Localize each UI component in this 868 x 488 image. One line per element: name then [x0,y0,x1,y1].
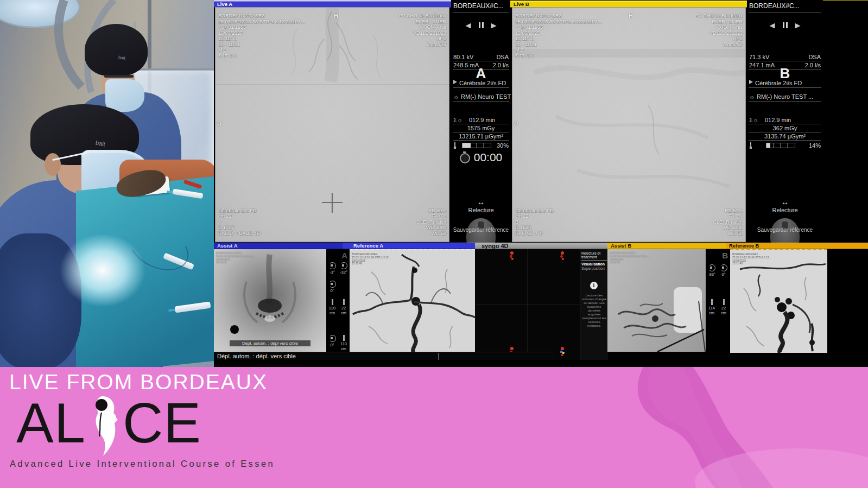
live-a-sidebar: BORDEAUX#C... ◀▶ 80.1 kVDSA 248.5 mA2.0 … [451,0,511,243]
map-mode: RM(-) Neuro TEST ... [757,93,813,100]
syngo-menu-visualisation[interactable]: Visualisation [581,262,607,266]
overlay-line: M 1 [218,47,305,53]
cine-prev-button[interactable]: ◀ [770,22,775,29]
overlay-line: /com///S/ [695,42,743,48]
overlay-line: BORDEAUX#CASE2 [515,13,601,19]
black-filler [214,360,868,367]
cine-pause-button[interactable] [783,22,788,28]
dap-total: 3135.74 µGym² [747,133,823,140]
syngo-info-text: Lecture des volumes chargés ou acquis. L… [581,294,607,328]
alice-logo: AL CE [16,391,201,461]
cine-play-button[interactable]: ▶ [491,22,497,29]
assist-a-titlebar: Assist A [214,243,343,249]
live-a-bottom-right: RB 50%FA 0%CLEARmatchWB 3000WC 50 [416,208,446,237]
overlay-line: 25.03.13-12:16:36-STD-1.3.12.2.1107... [218,19,305,25]
vessel-volume-marker [559,251,566,261]
live-a-system-block: PV CHU de BordeauxEKER, OMERAXIOM-ArtisV… [398,13,446,47]
reference-b-title: Reference B [726,243,759,249]
reference-a-image: BORDEAUX#CASE225.03.13-12:16:36-STD-1.3.… [350,249,475,353]
relecture-button[interactable]: Relecture [747,207,823,213]
assist-a-image: BORDEAUX#CASE225.03.13-12:16:36-STD-1.3.… [214,249,326,352]
overlay-line: 15:11:40 [216,261,255,264]
overlay-line: FA 0% [416,213,446,219]
vessel-volume-marker [559,347,566,357]
overlay-line: /com///S/ [398,42,446,48]
dose-total: 1575 mGy [451,125,511,131]
overlay-line: WC 50 [416,231,446,237]
syngo-menu-superposition[interactable]: Superposition [581,267,607,270]
live-b-patient-block: BORDEAUX#CASE225.03.13-12:16:36-STD-1.3.… [515,13,601,59]
overlay-line: 20 - 11/21 [218,42,305,48]
cine-pause-button[interactable] [479,22,484,28]
syngo-title: syngo 4D [475,243,509,249]
live-b-orientation-side: P [514,121,518,127]
overlay-line: VD11C 231023 [398,30,446,36]
cine-transport: ◀▶ [451,22,511,29]
exam-title: BORDEAUX#C... [453,2,504,10]
reference-a-patient-block: BORDEAUX#CASE225.03.13-12:16:36-STD-1.3.… [352,253,391,265]
reference-a-angiogram [350,250,475,353]
overlay-line: PV CHU de Bordeaux [695,13,743,19]
live-b-bottom-left: Cérébrale 2i/s FDcm 22BD 1638RAO 93° / 0… [515,208,554,237]
cine-play-button[interactable]: ▶ [795,22,801,29]
live-a-patient-block: BORDEAUX#CASE225.03.13-12:16:36-STD-1.3.… [218,13,305,59]
dap-total: 13215.71 µGym² [451,133,511,140]
live-a-bottom-left: Cérébrale 2i/s FDcm 22AD 1717RAO 3° / CA… [218,208,262,237]
relecture-button[interactable]: Relecture [451,207,511,213]
overlay-line: 13/03/2025 [515,30,601,36]
event-banner: LIVE FROM BORDEAUX AL CE Advanced Live I… [0,367,868,488]
operator-rear-mask [105,79,144,112]
heat-bar [462,143,491,148]
assist-b-patient-block: BORDEAUX#CASE225.03.13-12:16:36-STD-1.3.… [610,252,649,264]
live-b-sidebar: BORDEAUX#C... ◀▶ 71.3 kVDSA 247.1 mA2.0 … [747,0,823,243]
overlay-line: RB 50% [713,208,743,214]
info-icon: i [590,282,598,289]
live-a-orientation-side: R [217,121,221,127]
screenshot-root: balt balt [0,0,868,488]
overlay-line: HFS [398,36,446,42]
live-b-orientation-top: H [629,12,633,19]
exam-title: BORDEAUX#C... [749,2,800,10]
overlay-line: M 2 [515,47,601,53]
overlay-line: RAO 3° / CAUD 45° [218,231,262,237]
live-a-image: BORDEAUX#CASE225.03.13-12:16:36-STD-1.3.… [215,7,449,242]
gauge-value: 114 cm [706,306,717,315]
assist-b-skull-detail [607,249,706,352]
light-flare [46,221,160,319]
overlay-line: cm 22 [218,213,262,219]
assist-b-gauge-strip: B -93° 0° 114 cm 22 cm [706,249,730,360]
assist-a-title: Assist A [214,243,238,249]
overlay-line: CLEARmatch [713,219,743,225]
syngo-task-panel: Relecture et traitement Visualisation Su… [580,249,608,360]
overlay-line: WB 3000 [713,225,743,231]
overlay-line: CLEARmatch [416,219,446,225]
acq-mode: DSA [808,54,821,60]
live-b-system-block: PV CHU de BordeauxEKER, OMERAXIOM-ArtisV… [695,13,743,47]
overlay-line: cm 22 [515,213,554,219]
assist-a-skull-detail [214,249,326,352]
program-name: Cérébrale 2i/s FD [459,80,506,86]
overlay-line: 13/03/2025 [218,30,305,36]
overlay-line: 15:11:40 [218,36,305,42]
syngo-titlebar: syngo 4D [475,243,607,249]
reference-a-titlebar: Reference A [343,243,475,249]
tube-heat-row: 14% [749,142,821,149]
heat-percent: 14% [809,142,821,149]
overlay-line: RB 50% [416,208,446,214]
overlay-line: 15:11:40 [352,262,391,265]
kv-value: 80.1 kV [453,54,473,60]
cine-prev-button[interactable]: ◀ [466,22,471,29]
assist-a-gauge-strip: A -3° -32° 0° 120 cm 22 cm 0° 110 cm -3 … [326,249,350,360]
overlay-line: 15:11:40 [732,262,771,265]
heat-percent: 30% [497,142,509,149]
table-status-bar: Dépl. autom. : dépl. vers cible [214,352,554,360]
reference-b-angiogram [730,250,827,353]
thermometer-icon [453,142,457,149]
program-icon [749,80,753,84]
assist-b-titlebar: Assist B [607,243,726,249]
reference-b-image: BORDEAUX#CASE225.03.13-12:16:36-STD-1.3.… [730,249,827,353]
vessel-volume-marker [509,251,515,261]
operator-rear-glasses [104,75,134,78]
save-reference-button[interactable]: Sauvegarder référence [747,227,823,233]
save-reference-button[interactable]: Sauvegarder référence [451,227,511,233]
